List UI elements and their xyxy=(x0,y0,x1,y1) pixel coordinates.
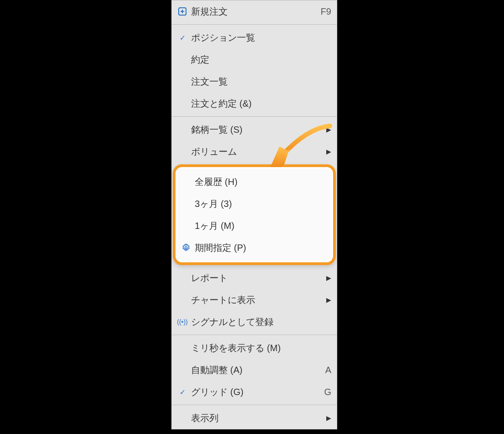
menu-item-volume[interactable]: ボリューム ▶ xyxy=(172,141,337,163)
menu-item-1month[interactable]: 1ヶ月 (M) xyxy=(175,215,333,237)
menu-label: レポート xyxy=(189,272,323,284)
menu-label: 新規注文 xyxy=(189,5,313,18)
menu-label: 銘柄一覧 (S) xyxy=(189,124,323,136)
menu-label: ポジション一覧 xyxy=(189,32,331,44)
menu-item-show-ms[interactable]: ミリ秒を表示する (M) xyxy=(172,337,337,359)
menu-item-show-on-chart[interactable]: チャートに表示 ▶ xyxy=(172,289,337,311)
chevron-right-icon: ▶ xyxy=(323,148,331,155)
context-menu: 新規注文 F9 ✓ ポジション一覧 約定 注文一覧 注文と約定 (&) 銘柄一覧… xyxy=(171,0,337,429)
menu-label: 注文と約定 (&) xyxy=(189,98,331,110)
menu-separator xyxy=(172,335,337,335)
menu-item-grid[interactable]: ✓ グリッド (G) G xyxy=(172,381,337,403)
menu-label: グリッド (G) xyxy=(189,386,313,398)
menu-item-auto-adjust[interactable]: 自動調整 (A) A xyxy=(172,359,337,381)
menu-item-all-history[interactable]: 全履歴 (H) xyxy=(175,171,333,193)
menu-item-columns[interactable]: 表示列 ▶ xyxy=(172,407,337,429)
menu-label: 表示列 xyxy=(189,412,323,424)
menu-shortcut: A xyxy=(313,365,331,375)
menu-label: ボリューム xyxy=(189,146,323,158)
menu-separator xyxy=(172,24,337,25)
menu-item-3months[interactable]: 3ヶ月 (3) xyxy=(175,193,333,215)
chevron-right-icon: ▶ xyxy=(323,414,331,422)
menu-shortcut: F9 xyxy=(313,6,331,17)
menu-item-symbol-list[interactable]: 銘柄一覧 (S) ▶ xyxy=(172,119,337,141)
menu-label: 全履歴 (H) xyxy=(193,176,328,188)
menu-item-report[interactable]: レポート ▶ xyxy=(172,267,337,289)
menu-separator xyxy=(172,116,337,117)
menu-label: 1ヶ月 (M) xyxy=(193,220,328,232)
chevron-right-icon: ▶ xyxy=(323,126,331,133)
menu-label: 約定 xyxy=(189,54,331,66)
menu-separator xyxy=(172,405,337,405)
menu-label: 期間指定 (P) xyxy=(193,242,328,254)
menu-label: シグナルとして登録 xyxy=(189,316,331,328)
menu-item-custom-range[interactable]: 期間指定 (P) xyxy=(175,237,333,259)
svg-point-3 xyxy=(185,247,187,249)
menu-label: 3ヶ月 (3) xyxy=(193,198,328,210)
menu-item-orders-executions[interactable]: 注文と約定 (&) xyxy=(172,92,337,114)
menu-item-register-signal[interactable]: ((•)) シグナルとして登録 xyxy=(172,311,337,333)
check-icon: ✓ xyxy=(175,33,189,42)
menu-item-executions[interactable]: 約定 xyxy=(172,49,337,71)
gear-icon xyxy=(179,243,193,252)
menu-item-new-order[interactable]: 新規注文 F9 xyxy=(172,0,337,22)
plus-box-icon xyxy=(175,7,189,16)
menu-item-positions[interactable]: ✓ ポジション一覧 xyxy=(172,27,337,49)
chevron-right-icon: ▶ xyxy=(323,274,331,282)
signal-icon: ((•)) xyxy=(175,318,189,326)
menu-item-orders[interactable]: 注文一覧 xyxy=(172,71,337,92)
chevron-right-icon: ▶ xyxy=(323,296,331,304)
menu-label: 自動調整 (A) xyxy=(189,364,313,376)
menu-label: 注文一覧 xyxy=(189,76,331,88)
menu-label: チャートに表示 xyxy=(189,294,323,306)
menu-label: ミリ秒を表示する (M) xyxy=(189,342,331,354)
check-icon: ✓ xyxy=(175,388,189,396)
highlighted-history-group: 全履歴 (H) 3ヶ月 (3) 1ヶ月 (M) 期間指定 (P) xyxy=(173,164,336,265)
menu-shortcut: G xyxy=(313,387,331,397)
